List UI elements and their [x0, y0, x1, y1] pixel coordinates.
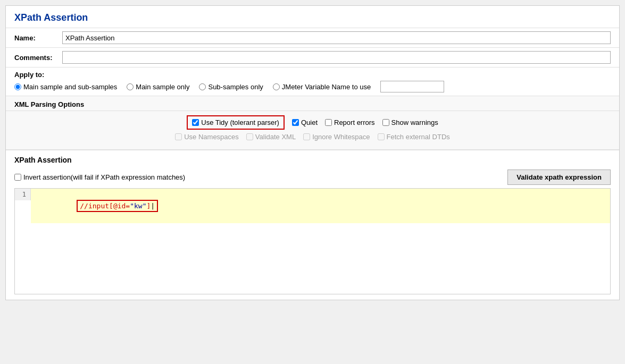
ignore-whitespace-checkbox: [303, 133, 310, 140]
radio-sub-only-input[interactable]: [199, 83, 206, 90]
ignore-whitespace-item: Ignore Whitespace: [303, 133, 370, 141]
xpath-code-highlight: //input[@id="kw"]|: [77, 200, 158, 212]
validate-xpath-button[interactable]: Validate xpath expression: [507, 170, 611, 185]
quiet-checkbox[interactable]: [292, 119, 299, 126]
xpath-line-1: 1 //input[@id="kw"]|: [15, 189, 610, 223]
xpath-section-title: XPath Assertion: [6, 150, 619, 167]
radio-sub-only-label: Sub-samples only: [208, 83, 263, 91]
main-panel: XPath Assertion Name: Comments: Apply to…: [5, 5, 620, 300]
radio-main-only-label: Main sample only: [136, 83, 189, 91]
radio-main-and-sub-label: Main sample and sub-samples: [23, 83, 117, 91]
use-namespaces-label: Use Namespaces: [184, 133, 239, 141]
fetch-dtds-checkbox: [378, 133, 385, 140]
invert-row: Invert assertion(will fail if XPath expr…: [14, 173, 185, 181]
report-errors-label: Report errors: [334, 118, 375, 126]
invert-assertion-checkbox[interactable]: [14, 174, 21, 181]
report-errors-item[interactable]: Report errors: [325, 118, 375, 126]
use-tidy-checkbox[interactable]: [192, 119, 199, 126]
tidy-highlight-box: Use Tidy (tolerant parser): [187, 115, 285, 130]
xpath-section: XPath Assertion Invert assertion(will fa…: [6, 149, 619, 294]
radio-main-and-sub-input[interactable]: [14, 83, 21, 90]
xpath-code-content[interactable]: //input[@id="kw"]|: [31, 189, 610, 223]
radio-jmeter-var-input[interactable]: [273, 83, 280, 90]
show-warnings-item[interactable]: Show warnings: [382, 118, 438, 126]
report-errors-checkbox[interactable]: [325, 119, 332, 126]
validate-xml-checkbox: [246, 133, 253, 140]
radio-sub-only[interactable]: Sub-samples only: [199, 83, 263, 91]
xpath-code-red: //input[@id=: [80, 202, 130, 210]
show-warnings-checkbox[interactable]: [382, 119, 389, 126]
comments-input[interactable]: [62, 51, 611, 64]
name-row: Name:: [6, 28, 619, 47]
radio-main-only[interactable]: Main sample only: [127, 83, 189, 91]
radio-jmeter-var[interactable]: JMeter Variable Name to use: [273, 83, 371, 91]
validate-xml-label: Validate XML: [255, 133, 296, 141]
radio-jmeter-var-label: JMeter Variable Name to use: [282, 83, 371, 91]
invert-assertion-item[interactable]: Invert assertion(will fail if XPath expr…: [14, 173, 185, 181]
radio-main-and-sub[interactable]: Main sample and sub-samples: [14, 83, 117, 91]
use-tidy-item[interactable]: Use Tidy (tolerant parser): [192, 118, 279, 126]
page-title: XPath Assertion: [6, 6, 619, 28]
jmeter-var-field[interactable]: [380, 81, 444, 92]
name-label: Name:: [14, 34, 62, 42]
xpath-editor: 1 //input[@id="kw"]|: [14, 188, 611, 294]
cursor: |: [151, 202, 155, 210]
comments-row: Comments:: [6, 47, 619, 67]
xpath-code-blue: "kw": [130, 202, 146, 210]
line-number-1: 1: [15, 189, 31, 200]
xml-row-2: Use Namespaces Validate XML Ignore White…: [14, 133, 611, 141]
xpath-toolbar: Invert assertion(will fail if XPath expr…: [6, 167, 619, 188]
radio-group: Main sample and sub-samples Main sample …: [14, 81, 611, 92]
xml-row-1: Use Tidy (tolerant parser) Quiet Report …: [14, 115, 611, 130]
apply-to-label: Apply to:: [14, 71, 611, 79]
apply-to-section: Apply to: Main sample and sub-samples Ma…: [6, 67, 619, 96]
use-namespaces-item: Use Namespaces: [175, 133, 239, 141]
fetch-dtds-label: Fetch external DTDs: [387, 133, 450, 141]
validate-xml-item: Validate XML: [246, 133, 296, 141]
quiet-label: Quiet: [301, 118, 318, 126]
comments-label: Comments:: [14, 54, 62, 62]
ignore-whitespace-label: Ignore Whitespace: [312, 133, 370, 141]
name-input[interactable]: [62, 31, 611, 44]
use-tidy-label: Use Tidy (tolerant parser): [201, 118, 279, 126]
invert-assertion-label: Invert assertion(will fail if XPath expr…: [23, 173, 185, 181]
use-namespaces-checkbox: [175, 133, 182, 140]
xml-section-title: XML Parsing Options: [6, 96, 619, 111]
show-warnings-label: Show warnings: [391, 118, 438, 126]
xml-options-section: Use Tidy (tolerant parser) Quiet Report …: [6, 111, 619, 149]
quiet-item[interactable]: Quiet: [292, 118, 318, 126]
radio-main-only-input[interactable]: [127, 83, 134, 90]
fetch-dtds-item: Fetch external DTDs: [378, 133, 450, 141]
